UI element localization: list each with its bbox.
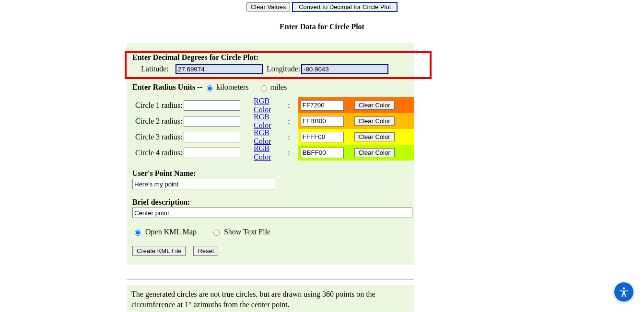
radius-units-row: Enter Radius Units -- kilometers miles	[127, 83, 414, 92]
circle-4-color-cell: Clear Color	[298, 145, 414, 161]
rgb-color-link[interactable]: RGB Color	[254, 97, 288, 114]
action-row: Create KML File Reset	[127, 246, 414, 256]
circle-2-color-cell: Clear Color	[298, 113, 414, 129]
decimal-degrees-section: Enter Decimal Degrees for Circle Plot: L…	[127, 43, 414, 74]
show-text-radio[interactable]	[213, 230, 220, 236]
latitude-label: Latitude:	[132, 65, 176, 73]
accessibility-button[interactable]	[614, 282, 633, 301]
top-button-row: Clear Values Convert to Decimal for Circ…	[0, 0, 644, 12]
longitude-input[interactable]	[301, 64, 388, 74]
rgb-color-link[interactable]: RGB Color	[254, 113, 288, 130]
point-name-input[interactable]	[132, 179, 275, 189]
svg-point-1	[623, 287, 625, 289]
circle-4-radius-input[interactable]	[184, 148, 240, 158]
latitude-input[interactable]	[176, 64, 263, 74]
circle-1-color-cell: Clear Color	[298, 97, 414, 113]
decimal-degrees-heading: Enter Decimal Degrees for Circle Plot:	[132, 53, 409, 62]
rgb-color-link[interactable]: RGB Color	[254, 128, 288, 146]
circle-3-color-input[interactable]	[301, 132, 344, 142]
radius-units-dash: --	[195, 83, 204, 91]
circle-2-clear-color-button[interactable]: Clear Color	[354, 116, 395, 126]
circle-3-radius-input[interactable]	[184, 132, 240, 142]
kilometers-label: kilometers	[216, 83, 249, 91]
circle-4-color-input[interactable]	[301, 148, 344, 158]
circle-1-radius-input[interactable]	[184, 100, 240, 111]
circle-1-clear-color-button[interactable]: Clear Color	[354, 101, 395, 110]
page-title: Enter Data for Circle Plot	[0, 23, 644, 31]
circle-plot-panel: Enter Decimal Degrees for Circle Plot: L…	[127, 43, 414, 265]
convert-to-decimal-button[interactable]: Convert to Decimal for Circle Plot	[292, 2, 398, 12]
circle-4-clear-color-button[interactable]: Clear Color	[354, 148, 395, 157]
reset-button[interactable]: Reset	[193, 246, 218, 256]
circles-section: Circle 1 radius: RGB Color: Clear Color …	[127, 97, 414, 161]
circle-row: Circle 2 radius: RGB Color: Clear Color	[135, 113, 414, 129]
page: Clear Values Convert to Decimal for Circ…	[0, 0, 644, 312]
description-block: Brief description:	[127, 198, 414, 218]
circle-radius-label: Circle 3 radius:	[135, 133, 184, 141]
rgb-color-link[interactable]: RGB Color	[254, 144, 288, 162]
show-text-label: Show Text File	[224, 228, 270, 236]
open-kml-label: Open KML Map	[145, 228, 197, 236]
description-heading: Brief description:	[132, 198, 409, 207]
description-input[interactable]	[132, 208, 412, 218]
decimal-degrees-row: Latitude: Longitude:	[132, 64, 409, 74]
miles-label: miles	[270, 83, 287, 91]
circle-3-color-cell: Clear Color	[298, 129, 414, 145]
note-panel: The generated circles are not true circl…	[127, 285, 414, 312]
circle-2-radius-input[interactable]	[184, 116, 240, 127]
circle-row: Circle 3 radius: RGB Color: Clear Color	[135, 129, 414, 145]
clear-values-button[interactable]: Clear Values	[246, 2, 290, 12]
radius-units-label: Enter Radius Units	[132, 83, 195, 91]
point-name-heading: User's Point Name:	[132, 169, 409, 178]
circle-1-color-input[interactable]	[301, 100, 344, 111]
create-kml-button[interactable]: Create KML File	[132, 246, 186, 256]
kilometers-radio[interactable]	[207, 85, 213, 92]
circle-row: Circle 4 radius: RGB Color: Clear Color	[135, 145, 414, 161]
separator	[127, 279, 414, 279]
circle-radius-label: Circle 2 radius:	[135, 117, 184, 126]
circle-2-color-input[interactable]	[301, 116, 344, 127]
output-options-row: Open KML Map Show Text File	[127, 228, 414, 236]
circle-radius-label: Circle 1 radius:	[135, 101, 184, 110]
circle-3-clear-color-button[interactable]: Clear Color	[354, 132, 395, 141]
open-kml-radio[interactable]	[135, 230, 141, 236]
point-name-block: User's Point Name:	[127, 169, 414, 189]
accessibility-icon	[618, 286, 630, 298]
miles-radio[interactable]	[261, 85, 267, 92]
circle-radius-label: Circle 4 radius:	[135, 149, 184, 157]
longitude-label: Longitude:	[267, 65, 301, 73]
circle-row: Circle 1 radius: RGB Color: Clear Color	[135, 97, 414, 113]
